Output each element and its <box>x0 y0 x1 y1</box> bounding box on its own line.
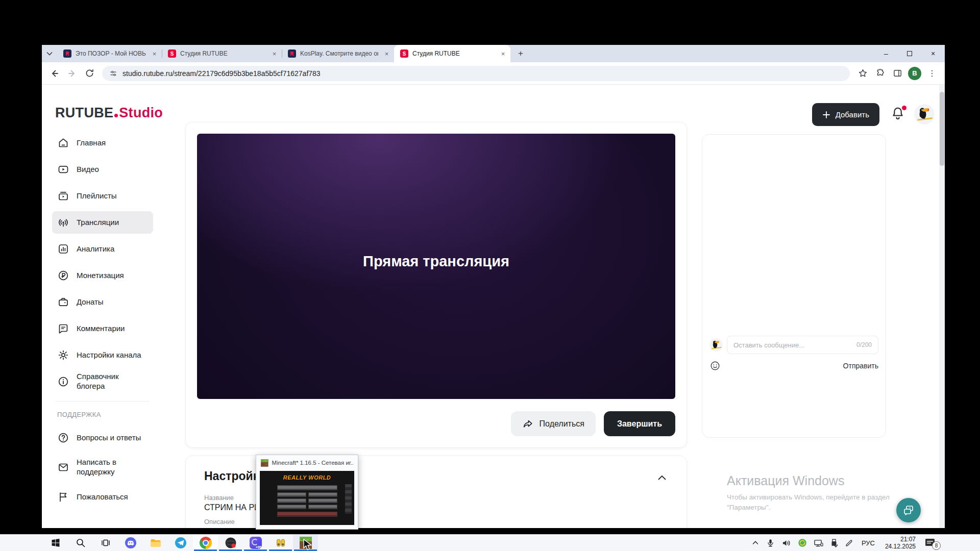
profile-button[interactable]: B <box>906 65 923 82</box>
pen-icon[interactable] <box>845 539 853 547</box>
tab-4-active[interactable]: S Студия RUTUBE × <box>394 45 510 62</box>
window-minimize-button[interactable]: – <box>874 45 898 62</box>
telegram-icon <box>175 537 187 549</box>
folder-icon <box>150 537 162 549</box>
sidebar-item-monetization[interactable]: Монетизация <box>52 264 153 287</box>
side-panel-button[interactable] <box>889 65 906 82</box>
send-message-button[interactable]: Отправить <box>843 362 878 370</box>
finish-stream-button[interactable]: Завершить <box>604 411 675 436</box>
sidebar-item-blogger-guide[interactable]: Справочник блогера <box>52 370 153 393</box>
minecraft-thumbnail[interactable]: REALLY WORLD <box>260 471 354 525</box>
sidebar-item-video[interactable]: Видео <box>52 158 153 181</box>
recorder-app-taskbar-icon[interactable] <box>218 535 243 551</box>
info-icon <box>57 375 69 388</box>
usb-eject-icon[interactable] <box>830 538 838 547</box>
rutube-studio-logo[interactable]: RUTUBEStudio <box>55 105 163 126</box>
windows-activation-watermark: Активация Windows Чтобы активировать Win… <box>727 473 890 512</box>
chat-char-counter: 0/200 <box>856 341 872 348</box>
forward-button[interactable] <box>63 65 81 82</box>
help-chat-fab[interactable]: ? <box>896 498 921 522</box>
star-icon <box>858 68 868 78</box>
tray-expand-button[interactable] <box>751 539 760 547</box>
watermark-line2: "Параметры". <box>727 503 890 513</box>
puzzle-icon <box>875 68 885 78</box>
collapse-settings-button[interactable] <box>655 470 669 485</box>
minecraft-taskbar-preview[interactable]: Minecraft* 1.16.5 - Сетевая иг... REALLY… <box>256 455 358 530</box>
mouse-cursor <box>303 539 312 551</box>
reload-button[interactable] <box>81 65 98 82</box>
stream-name-label: Название <box>204 494 234 502</box>
telegram-taskbar-icon[interactable] <box>168 535 193 551</box>
notifications-button[interactable] <box>891 106 906 122</box>
microphone-icon[interactable] <box>766 538 775 547</box>
sidebar-item-faq[interactable]: Вопросы и ответы <box>52 427 153 449</box>
add-button[interactable]: Добавить <box>812 103 879 126</box>
purple-app-badge: +99 <box>256 545 262 549</box>
back-button[interactable] <box>46 65 63 82</box>
window-close-button[interactable]: × <box>921 45 945 62</box>
menu-button <box>277 505 306 509</box>
tab-close-icon[interactable]: × <box>270 49 279 58</box>
new-tab-button[interactable]: + <box>513 46 528 61</box>
share-button[interactable]: Поделиться <box>511 411 596 436</box>
antivirus-tray-icon[interactable] <box>798 538 807 547</box>
channel-avatar[interactable] <box>914 104 935 124</box>
sidebar-item-comments[interactable]: Комментарии <box>52 317 153 340</box>
tab-3[interactable]: KosPlay. Смотрите видео онла × <box>282 45 394 62</box>
network-display-icon[interactable] <box>814 539 823 547</box>
tab-close-icon[interactable]: × <box>382 49 391 58</box>
bookmark-button[interactable] <box>854 65 871 82</box>
sidebar-label: Трансляции <box>77 218 148 228</box>
task-view-button[interactable] <box>93 535 118 551</box>
discord-icon <box>125 537 137 549</box>
ruble-icon <box>57 269 69 282</box>
taskbar-search-button[interactable] <box>68 535 93 551</box>
language-indicator[interactable]: РУС <box>860 539 876 547</box>
file-explorer-taskbar-icon[interactable] <box>143 535 168 551</box>
sidebar-label: Плейлисты <box>77 191 148 201</box>
chrome-taskbar-icon[interactable] <box>193 535 218 551</box>
discord-taskbar-icon[interactable] <box>118 535 143 551</box>
home-icon <box>57 137 69 149</box>
page-scrollbar[interactable] <box>939 85 945 528</box>
volume-icon[interactable] <box>781 539 791 547</box>
binoculars-app-taskbar-icon[interactable] <box>268 535 293 551</box>
chat-input[interactable] <box>733 341 853 349</box>
chat-bubbles-icon: ? <box>902 504 915 516</box>
tab-1[interactable]: Это ПОЗОР - Мой НОВЫЙ ЦВ × <box>57 45 162 62</box>
sidebar-item-streams-active[interactable]: Трансляции <box>52 211 153 234</box>
purple-app-taskbar-icon[interactable]: +99 <box>243 535 268 551</box>
action-center-button[interactable]: 8 <box>924 538 937 548</box>
address-bar[interactable]: studio.rutube.ru/stream/22179c6d95b3be18… <box>102 66 850 81</box>
browser-toolbar: studio.rutube.ru/stream/22179c6d95b3be18… <box>42 62 945 85</box>
tab-close-icon[interactable]: × <box>499 49 507 58</box>
server-list-strip <box>345 484 352 514</box>
scrollbar-thumb[interactable] <box>940 92 944 166</box>
extensions-button[interactable] <box>871 65 889 82</box>
tab-close-icon[interactable]: × <box>150 49 159 58</box>
sidebar-item-donations[interactable]: Донаты <box>52 291 153 313</box>
sidebar-item-channel-settings[interactable]: Настройки канала <box>52 344 153 366</box>
watermark-title: Активация Windows <box>727 473 890 488</box>
sidebar-item-report[interactable]: Пожаловаться <box>52 486 153 508</box>
tab-2[interactable]: S Студия RUTUBE × <box>162 45 282 62</box>
sidebar-item-analytics[interactable]: Аналитика <box>52 238 153 260</box>
reload-icon <box>85 68 94 78</box>
menu-button <box>308 505 337 509</box>
sidebar-item-playlists[interactable]: Плейлисты <box>52 185 153 207</box>
chat-message-input-box[interactable]: 0/200 <box>727 336 878 354</box>
start-button[interactable] <box>43 535 68 551</box>
window-maximize-button[interactable] <box>898 45 921 62</box>
tab-title: Студия RUTUBE <box>180 50 266 57</box>
browser-menu-button[interactable]: ⋮ <box>923 65 941 82</box>
taskbar-clock[interactable]: 21:07 24.12.2025 <box>883 536 918 550</box>
notification-count-badge: 8 <box>932 541 941 550</box>
emoji-button[interactable] <box>709 360 721 371</box>
tab-search-button[interactable] <box>42 45 57 62</box>
toucan-avatar-image <box>914 104 935 124</box>
rutube-video-favicon <box>288 49 296 58</box>
sidebar-item-contact-support[interactable]: Написать в поддержку <box>52 453 153 482</box>
sidebar-item-main[interactable]: Главная <box>52 132 153 154</box>
rutube-studio-favicon: S <box>168 49 176 58</box>
rutube-studio-page: RUTUBEStudio Добавить <box>42 85 945 528</box>
